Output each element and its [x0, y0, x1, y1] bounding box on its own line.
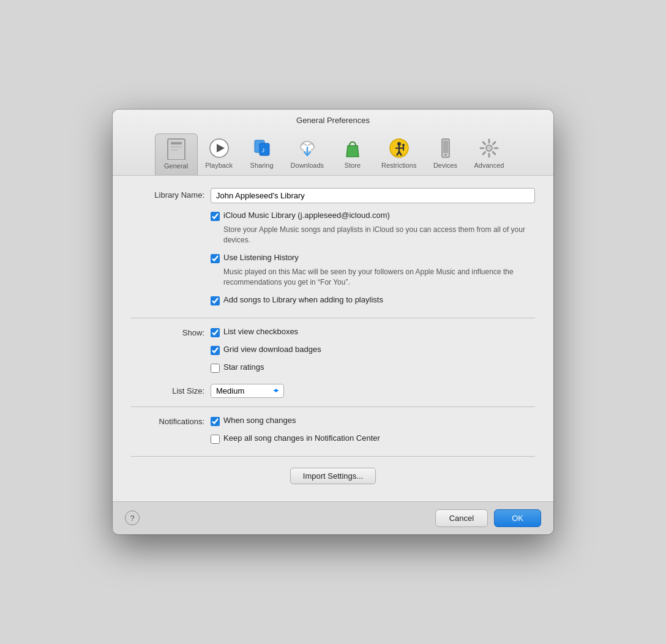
svg-text:♪: ♪	[261, 146, 265, 154]
keep-songs-checkbox[interactable]	[211, 435, 220, 444]
import-settings-button[interactable]: Import Settings...	[290, 468, 376, 484]
show-section: Show: List view checkboxes Grid view dow…	[131, 327, 535, 376]
tab-restrictions[interactable]: Restrictions	[374, 133, 424, 175]
help-button[interactable]: ?	[125, 511, 140, 525]
svg-rect-1	[171, 142, 182, 144]
tab-playback[interactable]: Playback	[198, 133, 241, 175]
add-songs-checkbox[interactable]	[211, 296, 220, 305]
library-name-row: Library Name:	[131, 188, 535, 203]
keep-songs-row: Keep all song changes in Notification Ce…	[211, 433, 380, 444]
grid-view-label[interactable]: Grid view download badges	[223, 345, 321, 354]
notifications-options: When song changes Keep all song changes …	[211, 416, 380, 447]
tab-advanced-label: Advanced	[474, 162, 504, 169]
tab-store-label: Store	[345, 162, 361, 169]
list-view-checkbox[interactable]	[211, 328, 220, 337]
cancel-button[interactable]: Cancel	[435, 509, 488, 527]
grid-view-row: Grid view download badges	[211, 345, 321, 355]
svg-point-24	[445, 154, 447, 156]
separator-2	[131, 406, 535, 407]
import-section: Import Settings...	[131, 468, 535, 484]
library-name-label: Library Name:	[131, 188, 211, 200]
listening-history-desc: Music played on this Mac will be seen by…	[223, 267, 535, 288]
main-content: Library Name: iCloud Music Library (j.ap…	[113, 176, 553, 501]
icloud-music-desc: Store your Apple Music songs and playlis…	[223, 225, 535, 245]
downloads-icon	[296, 137, 318, 159]
window-title: General Preferences	[113, 116, 553, 125]
notifications-label: Notifications:	[131, 416, 211, 426]
tab-downloads-label: Downloads	[291, 162, 324, 169]
tab-general-label: General	[164, 162, 188, 170]
footer: ? Cancel OK	[113, 501, 553, 534]
list-view-label[interactable]: List view checkboxes	[223, 327, 298, 336]
svg-line-30	[483, 143, 485, 145]
svg-line-31	[493, 152, 495, 155]
toolbar: General Playback	[113, 131, 553, 175]
tab-store[interactable]: Store	[331, 133, 374, 175]
listening-checkbox-row: Use Listening History	[211, 253, 535, 263]
icloud-music-row: iCloud Music Library (j.appleseed@icloud…	[211, 211, 535, 245]
add-songs-row: Add songs to Library when adding to play…	[211, 295, 535, 309]
tab-sharing[interactable]: ♪ Sharing	[241, 133, 283, 175]
icloud-music-section: iCloud Music Library (j.appleseed@icloud…	[211, 211, 535, 245]
notifications-section: Notifications: When song changes Keep al…	[131, 416, 535, 447]
list-size-select[interactable]: Small Medium Large	[211, 384, 284, 398]
star-ratings-row: Star ratings	[211, 362, 321, 373]
icloud-music-label[interactable]: iCloud Music Library (j.appleseed@icloud…	[223, 211, 390, 220]
svg-rect-3	[171, 149, 178, 151]
playback-icon	[208, 137, 230, 159]
svg-line-32	[493, 143, 495, 145]
svg-rect-2	[171, 146, 182, 148]
keep-songs-label[interactable]: Keep all song changes in Notification Ce…	[223, 433, 380, 443]
tab-sharing-label: Sharing	[250, 162, 274, 169]
list-size-label: List Size:	[131, 386, 211, 395]
restrictions-icon	[388, 137, 410, 159]
tab-devices[interactable]: Devices	[424, 133, 466, 175]
add-songs-label[interactable]: Add songs to Library when adding to play…	[223, 295, 383, 304]
titlebar: General Preferences General	[113, 110, 553, 176]
tab-playback-label: Playback	[205, 162, 233, 169]
svg-point-25	[486, 145, 492, 151]
icloud-checkbox-row: iCloud Music Library (j.appleseed@icloud…	[211, 211, 535, 221]
svg-rect-23	[443, 141, 448, 153]
when-song-row: When song changes	[211, 416, 380, 426]
listening-history-label[interactable]: Use Listening History	[223, 253, 299, 262]
list-size-row: List Size: Small Medium Large	[131, 384, 535, 398]
separator-1	[131, 318, 535, 318]
tab-advanced[interactable]: Advanced	[466, 133, 511, 175]
tab-devices-label: Devices	[433, 162, 457, 169]
list-view-row: List view checkboxes	[211, 327, 321, 337]
when-song-checkbox[interactable]	[211, 417, 220, 426]
tab-restrictions-label: Restrictions	[381, 162, 416, 169]
star-ratings-checkbox[interactable]	[211, 364, 220, 373]
devices-icon	[434, 137, 456, 159]
svg-point-15	[397, 142, 401, 146]
grid-view-checkbox[interactable]	[211, 346, 220, 355]
svg-line-33	[483, 152, 485, 155]
add-songs-checkbox-row: Add songs to Library when adding to play…	[211, 295, 383, 305]
library-name-input[interactable]	[211, 188, 535, 203]
listening-history-section: Use Listening History Music played on th…	[211, 253, 535, 288]
separator-3	[131, 456, 535, 457]
ok-button[interactable]: OK	[494, 509, 541, 527]
tab-general[interactable]: General	[155, 133, 198, 175]
library-name-field	[211, 188, 535, 203]
advanced-icon	[478, 137, 500, 159]
star-ratings-label[interactable]: Star ratings	[223, 362, 264, 372]
show-options: List view checkboxes Grid view download …	[211, 327, 321, 376]
sharing-icon: ♪	[251, 137, 273, 159]
svg-point-20	[402, 144, 405, 146]
footer-buttons: Cancel OK	[435, 509, 541, 527]
when-song-label[interactable]: When song changes	[223, 416, 296, 425]
show-label: Show:	[131, 327, 211, 337]
listening-history-row: Use Listening History Music played on th…	[211, 253, 535, 288]
preferences-window: General Preferences General	[113, 110, 553, 534]
icloud-music-checkbox[interactable]	[211, 212, 220, 221]
listening-history-checkbox[interactable]	[211, 254, 220, 263]
general-icon	[165, 138, 187, 160]
store-icon	[342, 137, 364, 159]
tab-downloads[interactable]: Downloads	[283, 133, 331, 175]
